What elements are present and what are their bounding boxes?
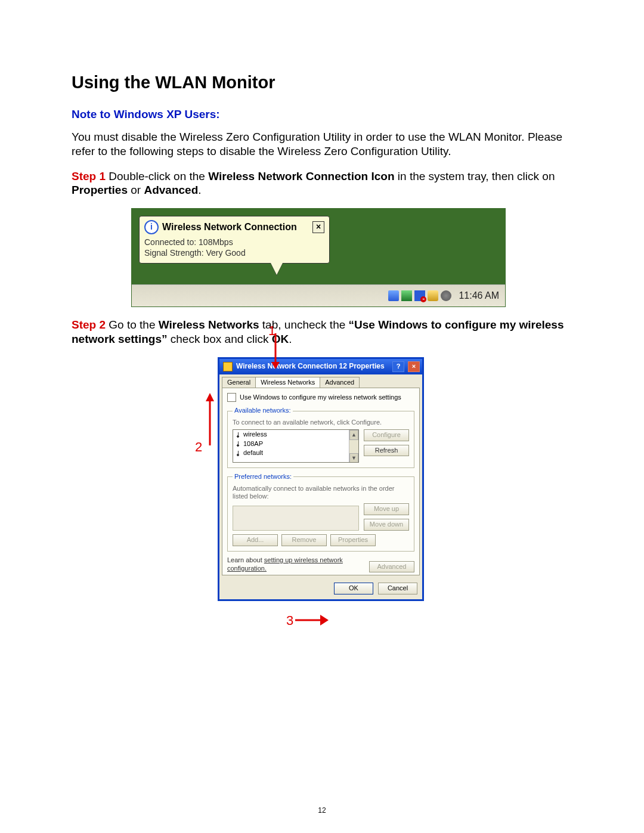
tray-msn-icon[interactable]: [388, 290, 399, 301]
preferred-networks-hint: Automatically connect to available netwo…: [233, 485, 409, 501]
use-windows-checkbox-label: Use Windows to configure my wireless net…: [240, 394, 401, 402]
configure-button[interactable]: Configure: [364, 429, 409, 441]
svg-marker-1: [271, 362, 280, 369]
available-networks-legend: Available networks:: [233, 407, 293, 415]
add-button[interactable]: Add...: [233, 534, 278, 546]
remove-button[interactable]: Remove: [281, 534, 327, 546]
list-item: 108AP: [233, 439, 358, 449]
cancel-button[interactable]: Cancel: [378, 583, 417, 594]
tray-misc-icon[interactable]: [441, 290, 451, 301]
step2-label: Step 2: [72, 318, 106, 331]
balloon-title: Wireless Network Connection: [162, 221, 309, 233]
taskbar-clock[interactable]: 11:46 AM: [459, 290, 499, 302]
tab-general[interactable]: General: [222, 377, 256, 388]
balloon-tail: [271, 263, 283, 275]
list-scrollbar[interactable]: ▲ ▼: [349, 430, 358, 462]
properties-dialog: Wireless Network Connection 12 Propertie…: [218, 357, 424, 602]
available-networks-list[interactable]: wireless 108AP default ▲ ▼: [233, 429, 359, 463]
advanced-button[interactable]: Advanced: [369, 561, 414, 573]
dialog-titlebar[interactable]: Wireless Network Connection 12 Propertie…: [219, 359, 422, 374]
tray-volume-icon[interactable]: [428, 290, 438, 301]
dialog-title: Wireless Network Connection 12 Propertie…: [236, 362, 389, 371]
tray-network-icon[interactable]: [401, 290, 412, 301]
tab-wireless-networks[interactable]: Wireless Networks: [255, 377, 320, 388]
preferred-networks-legend: Preferred networks:: [233, 473, 293, 481]
use-windows-checkbox[interactable]: [227, 393, 236, 402]
available-networks-hint: To connect to an available network, clic…: [233, 419, 409, 427]
callout-2-arrow-icon: [206, 393, 214, 445]
taskbar: × 11:46 AM: [132, 284, 505, 306]
notification-balloon[interactable]: i Wireless Network Connection × Connecte…: [139, 216, 330, 264]
subheading: Note to Windows XP Users:: [72, 107, 572, 122]
help-button[interactable]: ?: [392, 361, 404, 372]
available-networks-group: Available networks: To connect to an ava…: [227, 407, 414, 468]
list-item: default: [233, 448, 358, 458]
preferred-networks-list[interactable]: [233, 506, 359, 531]
step1-label: Step 1: [72, 170, 106, 182]
callout-3-arrow-icon: [295, 615, 329, 625]
balloon-line2: Signal Strength: Very Good: [144, 247, 324, 258]
desktop-background: i Wireless Network Connection × Connecte…: [132, 209, 505, 284]
refresh-button[interactable]: Refresh: [364, 445, 409, 457]
antenna-icon: [235, 441, 241, 447]
info-icon: i: [144, 220, 159, 234]
svg-marker-5: [320, 615, 329, 625]
callout-2: 2: [195, 439, 202, 456]
scroll-down-button[interactable]: ▼: [349, 453, 358, 463]
balloon-close-button[interactable]: ×: [312, 221, 324, 233]
scroll-up-button[interactable]: ▲: [349, 430, 358, 440]
callout-3: 3: [286, 612, 293, 629]
dialog-title-icon: [223, 362, 233, 371]
step2-paragraph: Step 2 Go to the Wireless Networks tab, …: [72, 318, 572, 346]
preferred-networks-group: Preferred networks: Automatically connec…: [227, 473, 414, 552]
move-down-button[interactable]: Move down: [364, 519, 409, 531]
intro-paragraph: You must disable the Wireless Zero Confi…: [72, 130, 572, 159]
list-item: wireless: [233, 430, 358, 439]
tab-advanced[interactable]: Advanced: [320, 377, 360, 388]
callout-1-arrow-icon: [271, 333, 280, 369]
svg-marker-3: [206, 393, 214, 401]
tab-page-wireless: Use Windows to configure my wireless net…: [222, 388, 420, 575]
page-number: 12: [0, 806, 644, 815]
tab-strip: General Wireless Networks Advanced: [219, 374, 422, 388]
step1-paragraph: Step 1 Double-click on the Wireless Netw…: [72, 169, 572, 198]
page-title: Using the WLAN Monitor: [72, 72, 572, 93]
ok-button[interactable]: OK: [334, 583, 373, 594]
screenshot-tray-balloon: i Wireless Network Connection × Connecte…: [131, 208, 506, 307]
screenshot-properties-dialog: 1 2 3 Wireless Network Connection 12 Pro…: [212, 357, 432, 602]
balloon-line1: Connected to: 108Mbps: [144, 237, 324, 247]
antenna-icon: [235, 432, 241, 438]
close-button[interactable]: ×: [408, 361, 420, 372]
move-up-button[interactable]: Move up: [364, 503, 409, 515]
antenna-icon: [235, 450, 241, 456]
learn-about-text: Learn about setting up wireless network …: [227, 556, 364, 573]
tray-wireless-icon[interactable]: ×: [414, 290, 425, 301]
properties-button[interactable]: Properties: [330, 534, 376, 546]
